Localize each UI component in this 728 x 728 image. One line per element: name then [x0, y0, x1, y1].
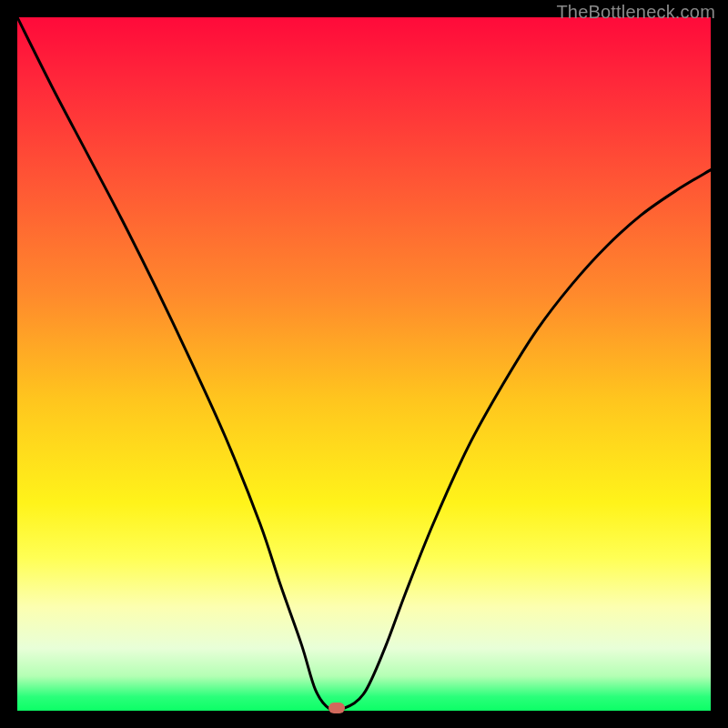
chart-frame: TheBottleneck.com	[0, 0, 728, 728]
plot-area	[17, 17, 711, 711]
optimal-point-marker	[329, 703, 345, 713]
bottleneck-curve	[17, 17, 711, 711]
watermark-text: TheBottleneck.com	[556, 2, 715, 23]
